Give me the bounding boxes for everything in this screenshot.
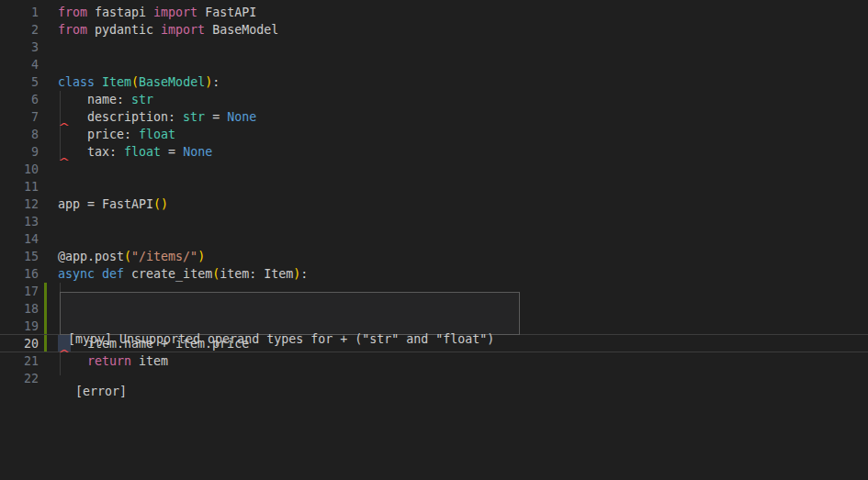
code-token [95,267,102,281]
code-token: app = FastAPI [58,197,153,211]
code-token: price: [58,128,139,141]
code-token: class [58,75,95,89]
line-content[interactable] [58,213,868,230]
line-number[interactable]: 13 [0,213,39,230]
code-token: BaseModel [139,75,205,89]
line-number[interactable]: 18 [0,300,39,318]
code-token: description: [58,110,183,124]
line-content[interactable]: app = FastAPI() [58,195,868,213]
code-line[interactable]: 8 price: float [0,126,868,143]
code-token: = [205,110,227,124]
code-line[interactable]: 13 [0,213,868,230]
line-content[interactable]: price: float [58,126,868,143]
line-number[interactable]: 8 [0,126,39,143]
code-token: str [131,93,153,106]
code-token: ) [205,75,212,89]
error-squiggle-icon: ^ [59,122,69,132]
line-number[interactable]: 11 [0,178,39,195]
diagnostic-message: [mypy] Unsupported operand types for + (… [68,330,512,348]
line-content[interactable]: async def create_item(item: Item): [58,265,868,283]
code-line[interactable]: 7 description: str = None^ [0,108,868,126]
line-number[interactable]: 12 [0,195,39,213]
code-token: async [58,267,95,281]
code-token: fastapi [87,6,153,19]
line-number[interactable]: 9 [0,143,39,161]
code-token: None [183,145,212,159]
line-number[interactable]: 16 [0,265,39,283]
code-token: def [102,267,124,281]
code-token: = [161,145,183,159]
line-content[interactable] [58,56,868,73]
code-line[interactable]: 1from fastapi import FastAPI [0,4,868,21]
code-line[interactable]: 14 [0,230,868,248]
line-number[interactable]: 10 [0,161,39,178]
line-number[interactable]: 6 [0,91,39,108]
line-number[interactable]: 14 [0,230,39,248]
code-token: str [183,110,205,124]
diagnostic-tooltip: [mypy] Unsupported operand types for + (… [60,292,520,335]
code-line[interactable]: 5class Item(BaseModel): [0,73,868,91]
code-token: BaseModel [205,23,278,37]
code-token: float [139,128,175,141]
code-token: ( [131,75,139,89]
line-content[interactable]: tax: float = None^ [58,143,868,161]
line-content[interactable] [58,39,868,56]
code-line[interactable]: 3 [0,39,868,56]
code-token: ) [197,250,205,263]
line-content[interactable]: from pydantic import BaseModel [58,21,868,39]
line-number[interactable]: 7 [0,108,39,126]
line-content[interactable] [58,178,868,195]
line-content[interactable]: from fastapi import FastAPI [58,4,868,21]
code-token: item: Item [220,267,293,281]
modified-gutter-bar [44,335,47,352]
code-token: FastAPI [197,6,256,19]
code-line[interactable]: 15@app.post("/items/") [0,248,868,265]
code-line[interactable]: 4 [0,56,868,73]
code-token: float [124,145,161,159]
modified-gutter-bar [44,283,47,300]
line-number[interactable]: 22 [0,370,39,387]
code-token: import [153,6,197,19]
line-content[interactable] [58,230,868,248]
line-number[interactable]: 15 [0,248,39,265]
code-token: pydantic [87,23,161,37]
line-content[interactable]: description: str = None^ [58,108,868,126]
line-number[interactable]: 20 [0,335,39,352]
line-content[interactable]: name: str [58,91,868,108]
line-number[interactable]: 21 [0,352,39,370]
diagnostic-severity: [error] [68,383,512,400]
code-token: name: [58,93,131,106]
code-token [95,75,102,89]
error-squiggle-icon: ^ [59,157,69,167]
line-number[interactable]: 2 [0,21,39,39]
line-number[interactable]: 5 [0,73,39,91]
code-line[interactable]: 2from pydantic import BaseModel [0,21,868,39]
code-token: None [227,110,256,124]
line-content[interactable]: @app.post("/items/") [58,248,868,265]
code-token: from [58,23,87,37]
code-line[interactable]: 6 name: str [0,91,868,108]
code-token: Item [102,75,131,89]
line-number[interactable]: 19 [0,318,39,335]
code-editor[interactable]: 1from fastapi import FastAPI2from pydant… [0,0,868,480]
code-line[interactable]: 11 [0,178,868,195]
code-line[interactable]: 16async def create_item(item: Item): [0,265,868,283]
code-token: "/items/" [131,250,197,263]
code-token: create_item [124,267,212,281]
code-line[interactable]: 9 tax: float = None^ [0,143,868,161]
indent-guide [60,91,61,108]
code-token: ( [124,250,131,263]
line-number[interactable]: 3 [0,39,39,56]
line-content[interactable]: class Item(BaseModel): [58,73,868,91]
code-token: @app.post [58,250,124,263]
modified-gutter-bar [44,318,47,335]
code-line[interactable]: 10 [0,161,868,178]
line-number[interactable]: 17 [0,283,39,300]
line-number[interactable]: 1 [0,4,39,21]
code-token: : [300,267,308,281]
indent-guide [60,370,61,375]
code-line[interactable]: 12app = FastAPI() [0,195,868,213]
modified-gutter-bar [44,300,47,318]
line-content[interactable] [58,161,868,178]
line-number[interactable]: 4 [0,56,39,73]
